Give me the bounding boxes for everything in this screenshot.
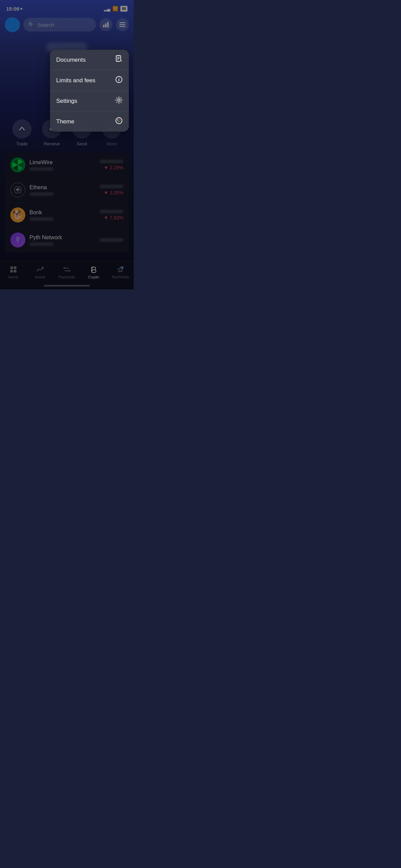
settings-label: Settings [56,98,77,105]
svg-rect-7 [117,57,120,58]
settings-icon [115,96,123,106]
svg-point-15 [116,118,122,124]
theme-label: Theme [56,118,74,125]
svg-point-14 [118,99,120,101]
menu-item-settings[interactable]: Settings [50,91,129,111]
svg-point-20 [119,121,120,122]
backdrop-overlay[interactable] [0,0,134,289]
dropdown-menu: Documents Limits and fees [50,50,129,132]
screen: 15:09 ▸ ▂▄ 🛜 88 🔍 Search [0,0,134,289]
theme-icon [115,117,123,126]
svg-rect-13 [119,78,119,79]
menu-item-theme[interactable]: Theme [50,111,129,132]
menu-item-documents[interactable]: Documents [50,50,129,70]
svg-rect-12 [119,79,119,81]
documents-icon [115,55,123,64]
limits-label: Limits and fees [56,77,95,84]
documents-label: Documents [56,57,86,63]
svg-point-17 [119,119,120,120]
menu-item-limits[interactable]: Limits and fees [50,70,129,91]
svg-point-19 [118,121,119,122]
limits-icon [115,76,123,85]
svg-rect-9 [117,59,119,60]
svg-rect-8 [117,58,120,59]
svg-point-18 [120,120,121,121]
svg-point-16 [117,120,118,121]
